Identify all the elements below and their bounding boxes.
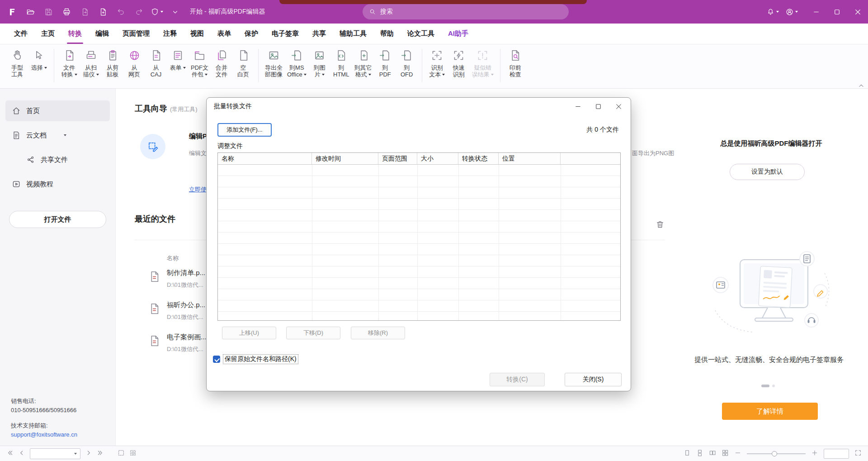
ribbon-from-web[interactable]: 从 网页 xyxy=(123,48,145,79)
column-page-range[interactable]: 页面范围 xyxy=(378,153,417,164)
dialog-titlebar[interactable]: 批量转换文件 xyxy=(207,98,631,115)
keep-name-path-checkbox[interactable] xyxy=(213,356,220,363)
ribbon-select[interactable]: 选择 xyxy=(28,48,50,72)
dot-active[interactable] xyxy=(761,385,769,387)
file-list-table[interactable]: 名称 修改时间 页面范围 大小 转换状态 位置 xyxy=(217,152,621,321)
next-page-button[interactable] xyxy=(85,449,92,458)
zoom-level-input[interactable] xyxy=(824,449,849,459)
menu-item-protect[interactable]: 保护 xyxy=(238,24,265,44)
sidebar-item-shared-files[interactable]: 共享文件 xyxy=(20,149,110,170)
sidebar-item-cloud-docs[interactable]: 云文档 xyxy=(5,125,110,146)
zoom-in-button[interactable] xyxy=(811,449,818,458)
ribbon-collapse-button[interactable] xyxy=(857,82,865,90)
first-page-button[interactable] xyxy=(6,449,14,458)
tool-card-link[interactable]: 立即使 xyxy=(189,185,207,194)
dot[interactable] xyxy=(772,385,775,387)
open-file-icon[interactable] xyxy=(23,4,38,20)
add-files-button[interactable]: 添加文件(F)... xyxy=(217,123,272,137)
ribbon-quick-recognize[interactable]: 快速 识别 xyxy=(448,48,470,79)
sidebar-item-home[interactable]: 首页 xyxy=(5,100,110,121)
open-file-button[interactable]: 打开文件 xyxy=(9,211,106,228)
maximize-button[interactable] xyxy=(826,0,847,24)
sidebar: 首页 云文档 共享文件 视频教程 打开文件 销售电话: 010-50951666… xyxy=(0,89,116,446)
menu-item-file[interactable]: 文件 xyxy=(7,24,34,44)
notifications-button[interactable] xyxy=(765,4,780,20)
close-button[interactable] xyxy=(847,0,868,24)
menu-item-accessibility[interactable]: 辅助工具 xyxy=(333,24,373,44)
print-icon[interactable] xyxy=(59,4,74,20)
ribbon-to-pdf[interactable]: 到 PDF xyxy=(374,48,396,79)
set-default-button[interactable]: 设置为默认 xyxy=(730,164,805,180)
account-button[interactable] xyxy=(784,4,799,20)
ribbon-pdf-portfolio[interactable]: PDF文 件包 xyxy=(189,48,211,79)
toolbar-customize-icon[interactable] xyxy=(167,4,183,20)
menu-item-home[interactable]: 主页 xyxy=(34,24,61,44)
close-dialog-button[interactable]: 关闭(S) xyxy=(565,373,622,386)
to-office-icon xyxy=(291,49,303,63)
keep-name-path-label[interactable]: 保留原始文件名和路径(K) xyxy=(223,355,298,364)
chevron-down-icon[interactable] xyxy=(64,134,66,136)
ribbon-to-image[interactable]: 到图 片 xyxy=(309,48,330,79)
menu-item-edit[interactable]: 编辑 xyxy=(89,24,116,44)
menu-item-share[interactable]: 共享 xyxy=(306,24,333,44)
menu-item-help[interactable]: 帮助 xyxy=(373,24,401,44)
ribbon-hand-tool[interactable]: 手型 工具 xyxy=(6,48,28,79)
search-input[interactable]: 搜索 xyxy=(363,4,569,19)
file-list-empty-area[interactable] xyxy=(218,165,620,320)
continuous-facing-view-button[interactable] xyxy=(722,449,729,458)
menu-item-convert[interactable]: 转换 xyxy=(61,24,89,44)
edit-pdf-tool-icon[interactable] xyxy=(140,134,165,159)
continuous-view-button[interactable] xyxy=(696,449,703,458)
clear-recent-button[interactable] xyxy=(655,219,665,230)
learn-more-button[interactable]: 了解详情 xyxy=(722,403,818,420)
ribbon-preflight[interactable]: 印前 检查 xyxy=(505,48,526,79)
dialog-maximize-button[interactable] xyxy=(588,98,609,115)
ribbon-from-scanner[interactable]: 从扫 描仪 xyxy=(80,48,102,79)
clipboard-select-button[interactable] xyxy=(129,449,137,458)
carousel-dots[interactable] xyxy=(761,385,775,387)
facing-view-button[interactable] xyxy=(709,449,716,458)
menu-item-page-manage[interactable]: 页面管理 xyxy=(116,24,156,44)
column-modified[interactable]: 修改时间 xyxy=(312,153,378,164)
protect-menu-icon[interactable] xyxy=(149,4,165,20)
ribbon-form[interactable]: 表单 xyxy=(167,48,189,72)
support-email-link[interactable]: support@foxitsoftware.cn xyxy=(11,430,77,439)
ribbon-to-html[interactable]: 到 HTML xyxy=(330,48,352,79)
menu-item-view[interactable]: 视图 xyxy=(184,24,211,44)
doc-add-icon[interactable] xyxy=(95,4,110,20)
globe-icon xyxy=(128,49,141,63)
zoom-thumb[interactable] xyxy=(772,451,777,456)
ribbon-to-ofd[interactable]: 到 OFD xyxy=(396,48,418,79)
ribbon-export-all-images[interactable]: 导出全 部图像 xyxy=(263,48,285,79)
menu-item-comment[interactable]: 注释 xyxy=(156,24,184,44)
ribbon-recognize-text[interactable]: 识别 文本 xyxy=(426,48,448,79)
menu-item-ai-assistant[interactable]: AI助手 xyxy=(441,24,475,44)
dialog-close-button[interactable] xyxy=(609,98,629,115)
ribbon-blank-page[interactable]: 空 白页 xyxy=(232,48,254,79)
prev-page-button[interactable] xyxy=(18,449,25,458)
zoom-out-button[interactable] xyxy=(734,449,741,458)
last-page-button[interactable] xyxy=(97,449,104,458)
recent-column-name: 名称 xyxy=(167,254,179,262)
column-size[interactable]: 大小 xyxy=(417,153,458,164)
menu-item-paper-tools[interactable]: 论文工具 xyxy=(401,24,441,44)
dialog-minimize-button[interactable] xyxy=(568,98,588,115)
menu-item-form[interactable]: 表单 xyxy=(211,24,238,44)
snapshot-button[interactable] xyxy=(118,449,125,458)
ribbon-combine-files[interactable]: 合并 文件 xyxy=(211,48,232,79)
column-status[interactable]: 转换状态 xyxy=(458,153,499,164)
menu-item-esign[interactable]: 电子签章 xyxy=(265,24,306,44)
ribbon-from-clipboard[interactable]: 从剪 贴板 xyxy=(102,48,123,79)
fullscreen-button[interactable] xyxy=(854,449,862,458)
ribbon-from-caj[interactable]: 从 CAJ xyxy=(145,48,167,79)
ribbon-to-other-format[interactable]: 到其它 格式 xyxy=(352,48,374,79)
minimize-button[interactable] xyxy=(806,0,826,24)
sidebar-item-video-tutorials[interactable]: 视频教程 xyxy=(5,174,110,195)
ribbon-to-ms-office[interactable]: 到MS Office xyxy=(285,48,309,79)
zoom-slider[interactable] xyxy=(747,451,806,457)
column-location[interactable]: 位置 xyxy=(499,153,561,164)
ribbon-file-convert[interactable]: 文件 转换 xyxy=(58,48,80,79)
page-number-input[interactable] xyxy=(30,448,80,459)
single-page-view-button[interactable] xyxy=(684,449,691,458)
column-name[interactable]: 名称 xyxy=(218,153,312,164)
